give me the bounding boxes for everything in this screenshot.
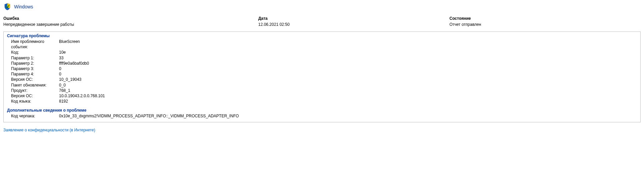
detail-row: Пакет обновления:0_0: [7, 82, 637, 88]
detail-key: Имя проблемного события:: [7, 39, 59, 50]
summary-status-value: Отчет отправлен: [449, 21, 641, 27]
detail-row: Код:10e: [7, 50, 637, 55]
app-title: Windows: [14, 4, 33, 9]
detail-value: 33: [59, 55, 637, 61]
detail-row: Код черпака:0x10e_33_dxgmms2!VIDMM_PROCE…: [7, 113, 637, 119]
detail-value: 0: [59, 71, 637, 77]
detail-row: Код языка:8192: [7, 99, 637, 104]
detail-key: Пакет обновления:: [7, 82, 59, 88]
summary-date-header: Дата: [258, 15, 449, 21]
detail-value: 0_0: [59, 82, 637, 88]
detail-row: Имя проблемного события:BlueScreen: [7, 39, 637, 50]
detail-key: Параметр 4:: [7, 71, 59, 77]
summary-date-value: 12.06.2021 02:50: [258, 21, 449, 27]
privacy-statement-link[interactable]: Заявление о конфиденциальности (в Интерн…: [3, 128, 95, 132]
detail-row: Версия ОС:10.0.19043.2.0.0.768.101: [7, 93, 637, 99]
detail-row: Продукт:768_1: [7, 88, 637, 93]
detail-value: 10e: [59, 50, 637, 55]
detail-key: Продукт:: [7, 88, 59, 93]
detail-value: 0x10e_33_dxgmms2!VIDMM_PROCESS_ADAPTER_I…: [59, 113, 637, 119]
detail-key: Параметр 1:: [7, 55, 59, 61]
detail-row: Версия ОС:10_0_19043: [7, 77, 637, 82]
additional-title: Дополнительные сведения о проблеме: [7, 108, 637, 113]
summary-error-header: Ошибка: [3, 15, 258, 21]
summary-table: Ошибка Дата Состояние Непредвиденное зав…: [3, 15, 641, 27]
detail-key: Параметр 2:: [7, 61, 59, 66]
signature-title: Сигнатура проблемы: [7, 34, 637, 38]
detail-key: Версия ОС:: [7, 93, 59, 99]
detail-key: Код:: [7, 50, 59, 55]
detail-row: Параметр 1:33: [7, 55, 637, 61]
detail-value: 0: [59, 66, 637, 71]
detail-value: 768_1: [59, 88, 637, 93]
detail-value: 10_0_19043: [59, 77, 637, 82]
detail-value: BlueScreen: [59, 39, 637, 50]
detail-key: Версия ОС:: [7, 77, 59, 82]
detail-key: Код языка:: [7, 99, 59, 104]
summary-status-header: Состояние: [449, 15, 641, 21]
detail-row: Параметр 2:ffff9e0a6baf0db0: [7, 61, 637, 66]
detail-key: Код черпака:: [7, 113, 59, 119]
details-box: Сигнатура проблемы Имя проблемного событ…: [3, 32, 641, 122]
detail-row: Параметр 4:0: [7, 71, 637, 77]
detail-value: ffff9e0a6baf0db0: [59, 61, 637, 66]
detail-key: Параметр 3:: [7, 66, 59, 71]
detail-value: 8192: [59, 99, 637, 104]
summary-error-value: Непредвиденное завершение работы: [3, 21, 258, 27]
detail-value: 10.0.19043.2.0.0.768.101: [59, 93, 637, 99]
windows-shield-icon: [3, 3, 11, 11]
detail-row: Параметр 3:0: [7, 66, 637, 71]
app-header: Windows: [3, 3, 641, 11]
